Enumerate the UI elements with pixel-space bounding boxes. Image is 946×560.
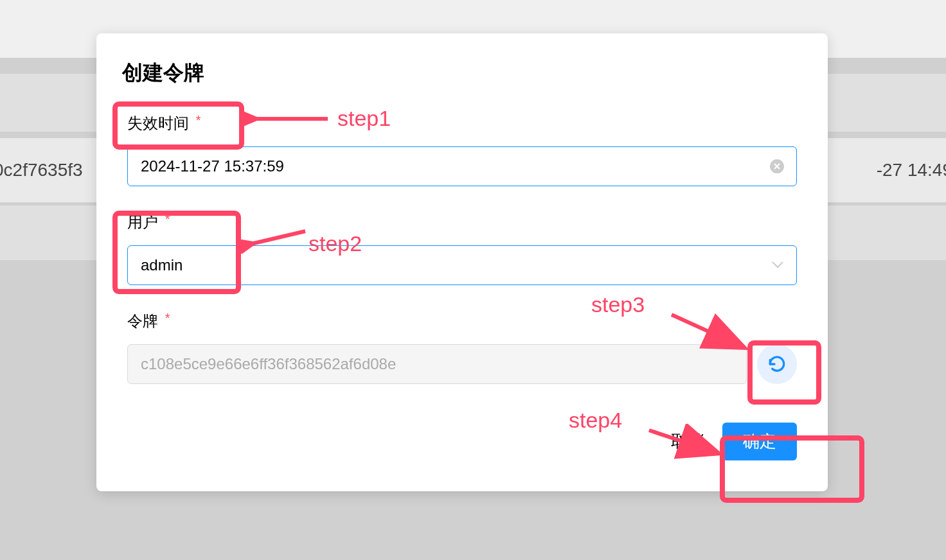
clear-icon[interactable]	[770, 159, 784, 173]
required-asterisk: *	[165, 212, 170, 226]
expiry-input-wrapper	[127, 146, 797, 186]
refresh-icon	[767, 354, 787, 374]
close-x-icon	[774, 163, 780, 170]
user-group: 用户 * admin	[127, 212, 797, 285]
cancel-button[interactable]: 取消	[668, 424, 707, 459]
user-label-text: 用户	[127, 213, 158, 231]
required-asterisk: *	[196, 113, 201, 127]
token-row	[127, 344, 797, 384]
create-token-modal: 创建令牌 失效时间 * 用户 *	[96, 33, 828, 491]
expiry-time-label: 失效时间 *	[127, 113, 797, 134]
user-select-wrapper: admin	[127, 245, 797, 285]
required-asterisk: *	[165, 311, 170, 325]
modal-footer: 取消 确定	[127, 423, 797, 460]
modal-overlay: 创建令牌 失效时间 * 用户 *	[0, 0, 946, 560]
expiry-time-input[interactable]	[127, 146, 797, 186]
user-label: 用户 *	[127, 212, 797, 232]
expiry-time-group: 失效时间 *	[127, 113, 797, 186]
chevron-down-icon	[771, 259, 784, 271]
token-label: 令牌 *	[127, 311, 797, 331]
refresh-token-button[interactable]	[757, 344, 797, 384]
confirm-button[interactable]: 确定	[722, 423, 797, 460]
expiry-label-text: 失效时间	[127, 114, 189, 132]
token-group: 令牌 *	[127, 311, 797, 384]
token-input	[127, 344, 747, 384]
modal-title: 创建令牌	[122, 59, 797, 87]
user-select-value: admin	[141, 256, 183, 274]
token-label-text: 令牌	[127, 312, 158, 329]
user-select[interactable]: admin	[127, 245, 797, 285]
